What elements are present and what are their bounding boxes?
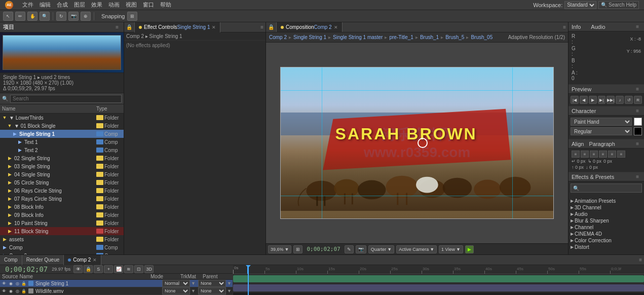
menu-composition[interactable]: 合成	[57, 1, 68, 9]
comp-nav-single-string1[interactable]: Single String 1	[293, 34, 326, 40]
list-item-block-info-1[interactable]: ▶ 08 Block Info Folder	[0, 203, 124, 211]
list-item[interactable]: ▶ 07 Rays Circle String Folder	[0, 195, 124, 203]
preview-audio-btn[interactable]: ♪	[616, 96, 624, 104]
camera-dropdown[interactable]: Active Camera ▼	[396, 245, 437, 253]
layer-2-solo-icon[interactable]: ◎	[14, 288, 20, 294]
comp-nav-brush5[interactable]: Brush_5	[445, 34, 464, 40]
layer-2-visibility-icon[interactable]: 👁	[1, 288, 7, 294]
comp-nav-pre-title[interactable]: pre-Title_1	[389, 34, 413, 40]
view-dropdown[interactable]: 1 View ▼	[439, 245, 463, 253]
list-item[interactable]: ▼ ▼ 01 Block Single Folder	[0, 122, 124, 130]
char-font-select[interactable]: Paint Hand	[571, 118, 632, 126]
layer-2-lock-icon[interactable]: 🔒	[21, 288, 27, 294]
align-center-btn[interactable]: ≡	[581, 151, 589, 158]
effect-3d-channel[interactable]: ▶ 3D Channel	[570, 204, 643, 211]
effect-animation-presets[interactable]: ▶ Animation Presets	[570, 198, 643, 204]
tl-solo-btn[interactable]: S	[94, 265, 103, 273]
tool-hand[interactable]: ✋	[27, 12, 37, 21]
layer-1-mode[interactable]: Normal	[162, 280, 190, 287]
layer-audio-icon[interactable]: ◉	[8, 280, 14, 286]
preview-last-btn[interactable]: ▶▶|	[607, 96, 615, 104]
workspace-dropdown[interactable]: Standard	[564, 1, 596, 9]
list-item-block-info-2[interactable]: ▶ 09 Block Info Folder	[0, 211, 124, 219]
render-btn[interactable]: ▶	[465, 245, 474, 253]
tool-select[interactable]: ↖	[3, 12, 13, 21]
list-item[interactable]: ▶ 04 Single String Folder	[0, 170, 124, 178]
tl-graph-btn[interactable]: 📈	[114, 265, 123, 273]
camera-icon[interactable]: 📷	[356, 245, 366, 253]
layer-2-parent[interactable]: None	[198, 287, 226, 294]
tool-zoom[interactable]: 🔍	[40, 12, 50, 21]
bottom-tab-comp2[interactable]: Comp 2 ✕	[64, 255, 101, 265]
menu-view[interactable]: 视图	[126, 1, 137, 9]
preview-next-btn[interactable]: ▶|	[598, 96, 606, 104]
menu-help[interactable]: 帮助	[160, 1, 171, 9]
menu-layer[interactable]: 图层	[74, 1, 85, 9]
tool-anchor[interactable]: ⊕	[81, 12, 91, 21]
layer-1-parent[interactable]: None	[198, 280, 226, 287]
preview-loop-btn[interactable]: ↺	[625, 96, 633, 104]
align-last-btn[interactable]: ≡	[617, 151, 625, 158]
preview-options[interactable]: ≡	[634, 86, 641, 92]
layer-2-mode[interactable]: None	[162, 287, 190, 294]
list-item[interactable]: ▶ 10 Paint String Folder	[0, 219, 124, 227]
tool-camera[interactable]: 📷	[68, 12, 79, 21]
project-search-input[interactable]	[10, 95, 122, 103]
layer-solo-icon[interactable]: ◎	[14, 280, 20, 286]
comp-tab-close[interactable]: ✕	[334, 25, 338, 30]
effects-search-input[interactable]	[571, 183, 642, 193]
list-item[interactable]: ▶ 11 Block String Folder	[0, 227, 124, 235]
preview-ram-btn[interactable]: R	[634, 96, 642, 104]
align-left-btn[interactable]: ≡	[572, 151, 580, 158]
timeline-options[interactable]: ≡	[637, 257, 644, 263]
bottom-tab-comp[interactable]: Comp	[0, 255, 22, 265]
list-item[interactable]: ▶ Text 2 Comp	[0, 146, 124, 154]
zoom-dropdown[interactable]: 39,6% ▼	[268, 245, 291, 253]
comp-canvas[interactable]: SARAH BROWN	[266, 43, 568, 243]
align-justify-btn[interactable]: ≡	[599, 151, 607, 158]
tl-switch-btn[interactable]: ⊡	[134, 265, 143, 273]
menu-animation[interactable]: 动画	[108, 1, 120, 9]
tl-lock-btn[interactable]: 🔒	[84, 265, 93, 273]
char-style-select[interactable]: Regular	[571, 127, 632, 135]
preview-first-btn[interactable]: |◀	[571, 96, 579, 104]
bottom-tab-render[interactable]: Render Queue	[22, 255, 64, 265]
character-options[interactable]: ≡	[634, 108, 641, 114]
comp-tab-active[interactable]: Composition Comp 2 ✕	[277, 22, 343, 32]
bottom-tab-comp2-close[interactable]: ✕	[93, 257, 97, 263]
tool-pen[interactable]: ✏	[15, 12, 25, 21]
tl-hide-btn[interactable]: 👁	[73, 265, 83, 273]
effect-controls-options[interactable]: ≡	[258, 24, 266, 30]
tl-add-btn[interactable]: +	[104, 265, 113, 273]
effects-options[interactable]: ≡	[634, 174, 641, 179]
effect-blur-sharpen[interactable]: ▶ Blur & Sharpen	[570, 217, 643, 224]
menu-effect[interactable]: 效果	[91, 1, 102, 9]
effect-channel[interactable]: ▶ Channel	[570, 224, 643, 231]
preview-prev-btn[interactable]: ◀	[580, 96, 588, 104]
info-options[interactable]: ≡	[634, 24, 641, 29]
list-item[interactable]: ▶ 02 Single String Folder	[0, 154, 124, 162]
comp-nav-single-string1-master[interactable]: Single String 1 master	[333, 34, 383, 40]
effect-cinema4d[interactable]: ▶ CINEMA 4D	[570, 231, 643, 237]
align-options[interactable]: ≡	[634, 141, 641, 146]
effect-distort[interactable]: ▶ Distort	[570, 244, 643, 250]
project-panel-options[interactable]: ≡	[113, 24, 121, 30]
tl-3d-btn[interactable]: 3D	[144, 265, 154, 273]
menu-window[interactable]: 窗口	[143, 1, 154, 9]
preview-play-btn[interactable]: ▶	[589, 96, 597, 104]
effect-color-correction[interactable]: ▶ Color Correction	[570, 237, 643, 244]
layer-lock-icon[interactable]: 🔒	[21, 280, 27, 286]
effect-audio[interactable]: ▶ Audio	[570, 211, 643, 217]
timeline-layer-1[interactable]: 👁 ◉ ◎ 🔒 Single String 1 Normal ▼ None ▼	[0, 280, 233, 287]
tab-close-icon[interactable]: ✕	[212, 25, 216, 30]
timeline-layer-2[interactable]: 👁 ◉ ◎ 🔒 Wildlife.wmv None ▼ None ▼	[0, 287, 233, 295]
menu-edit[interactable]: 编辑	[40, 1, 51, 9]
list-item[interactable]: ▶ 03 Single String Folder	[0, 162, 124, 170]
timecode-edit[interactable]: ✎	[345, 245, 354, 253]
tool-rotate[interactable]: ↻	[56, 12, 66, 21]
snapping-toggle[interactable]: ⊞	[127, 12, 137, 21]
fit-button[interactable]: ⊞	[293, 245, 302, 253]
char-stroke-color[interactable]	[634, 127, 642, 135]
align-full-btn[interactable]: ≡	[608, 151, 616, 158]
effect-controls-tab[interactable]: Effect Controls Single String 1 ✕	[135, 22, 220, 32]
